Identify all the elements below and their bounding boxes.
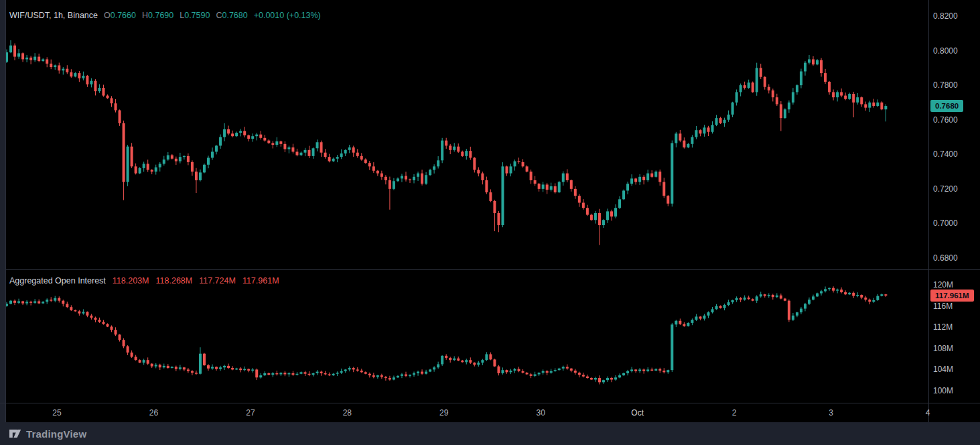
oi-candle [187,369,190,371]
oi-title[interactable]: Aggregated Open Interest [9,276,106,285]
price-candle [469,151,472,157]
oi-candle [147,360,149,364]
tradingview-brand[interactable]: TradingView [26,428,86,440]
price-candle [94,81,96,91]
symbol-legend[interactable]: WIF/USDT, 1h, BinanceO0.7660H0.7690L0.75… [9,11,321,20]
price-candle [287,147,290,149]
oi-candle [352,368,355,369]
oi-candle [167,366,169,368]
price-axis[interactable]: 0.7680 117.961M 0.82000.80000.78000.7600… [929,0,980,422]
oi-candle [78,312,80,314]
price-candle [50,64,52,67]
price-candle [534,180,537,184]
price-candle [832,92,835,97]
oi-candle [445,356,447,358]
oi-candle [159,365,161,367]
price-candle [356,153,359,156]
price-candle [711,125,714,131]
price-candle [320,142,323,152]
price-candle [303,150,306,153]
price-candle [598,213,601,225]
price-candle [501,166,504,225]
oi-legend[interactable]: Aggregated Open Interest118.203M118.268M… [9,276,279,285]
price-candle [283,144,286,149]
price-wick [257,133,257,140]
oi-candle [247,369,250,371]
oi-candle [127,346,129,353]
price-candle [33,57,36,60]
oi-candle [489,354,492,359]
oi-candle [731,300,734,302]
price-axis-label: 0.6800 [933,253,958,263]
price-candle [135,166,137,173]
oi-wick [857,292,858,297]
time-axis[interactable]: 252627282930Oct234 [0,403,980,423]
price-candle [227,129,230,133]
price-candle [397,178,399,181]
oi-candle [481,360,484,363]
oi-candle [465,360,468,362]
time-axis-label: 2 [732,408,737,418]
symbol-title[interactable]: WIF/USDT, 1h, Binance [9,11,98,20]
price-candle [744,85,746,88]
price-candle [255,135,258,137]
price-candle [606,211,609,220]
price-candle [852,94,855,103]
price-candle [139,168,141,174]
chart-canvas[interactable] [0,0,980,422]
pane-separator[interactable] [5,269,980,270]
price-candle [336,157,339,159]
time-axis-label: 26 [149,408,158,418]
oi-candle [223,366,226,367]
tradingview-logo-icon[interactable] [9,428,21,439]
price-candle [650,174,653,177]
price-candle [42,59,44,61]
price-candle [667,196,669,204]
oi-candle [808,300,811,304]
price-candle [163,160,165,164]
oi-candle [115,330,117,334]
oi-candle [796,312,798,316]
oi-candle [634,369,637,371]
price-candle [127,147,129,182]
price-candle [70,72,72,76]
oi-candle [598,378,601,382]
oi-candle [227,366,230,368]
oi-candle [336,373,339,374]
oi-open-value: 118.203M [113,276,149,285]
time-axis-label: 3 [829,408,833,418]
price-candle [275,141,278,145]
price-candle [800,72,802,86]
price-candle [804,63,807,72]
oi-axis-label: 112M [933,322,953,332]
oi-candle [711,309,714,312]
price-candle [465,151,468,156]
oi-candle [372,375,375,377]
oi-candle [267,373,270,375]
oi-wick [277,371,277,375]
oi-candle [840,290,843,292]
oi-candle [784,299,786,301]
price-candle [195,172,198,180]
oi-wick [51,297,52,302]
price-candle [38,57,40,61]
oi-candle [586,377,589,378]
price-candle [425,175,427,184]
open-label: O [104,11,111,20]
price-candle [433,166,435,170]
oi-candle [195,373,198,374]
oi-candle [756,296,758,300]
oi-wick [325,371,326,375]
last-oi-badge: 117.961M [930,290,974,302]
price-candle [405,176,407,180]
oi-candle [356,369,359,371]
oi-candle [530,375,533,376]
price-candle [731,103,734,115]
price-candle [445,141,447,146]
oi-candle [320,372,323,373]
oi-candle [163,366,165,367]
price-candle [29,58,32,60]
oi-candle [437,365,439,368]
oi-candle [123,340,125,346]
price-candle [203,165,206,173]
